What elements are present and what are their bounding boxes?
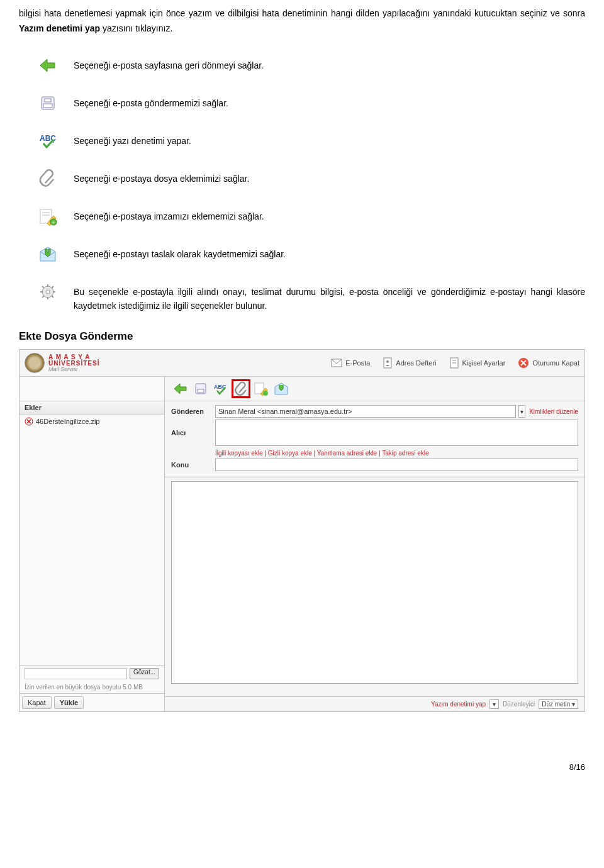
- intro-text-1: bilgisi hata denetlemesi yapmak için önc…: [19, 8, 585, 18]
- svg-line-16: [52, 296, 53, 298]
- intro-bold: Yazım denetimi yap: [19, 23, 100, 33]
- section-heading: Ekte Dosya Gönderme: [19, 330, 585, 343]
- row-konu: Konu: [171, 459, 578, 471]
- nav-cikis[interactable]: Oturumu Kapat: [518, 357, 579, 369]
- compose-form: Gönderen Sinan Meral <sinan.meral@amasya…: [165, 401, 584, 477]
- svg-point-10: [46, 290, 50, 294]
- logo: A M A S Y A ÜNİVERSİTESİ Mail Servisi: [25, 353, 99, 373]
- svg-line-15: [42, 286, 44, 288]
- save-draft-icon: [38, 244, 58, 264]
- webmail-screenshot: A M A S Y A ÜNİVERSİTESİ Mail Servisi E-…: [19, 349, 585, 712]
- paperclip-icon: [235, 381, 247, 396]
- send-icon: [194, 382, 208, 396]
- size-hint: İzin verilen en büyük dosya boyutu 5.0 M…: [20, 681, 164, 693]
- feature-attach-text: Seçeneği e-postaya dosya eklemimizi sağl…: [74, 169, 249, 186]
- tool-spell[interactable]: ABÇ: [211, 379, 230, 398]
- svg-text:+: +: [52, 220, 55, 226]
- row-gonderen: Gönderen Sinan Meral <sinan.meral@amasya…: [171, 405, 578, 418]
- label-alici: Alıcı: [171, 429, 215, 437]
- nav-adres[interactable]: Adres Defteri: [383, 357, 436, 369]
- feature-attach: Seçeneği e-postaya dosya eklemimizi sağl…: [38, 169, 585, 189]
- svg-rect-1: [43, 104, 52, 108]
- edit-identities-link[interactable]: Kimlikleri düzenle: [529, 408, 578, 415]
- spellcheck-lang-dropdown[interactable]: ▾: [489, 699, 499, 709]
- svg-rect-2: [45, 99, 51, 102]
- nav-ayarlar[interactable]: Kişisel Ayarlar: [449, 357, 506, 369]
- feature-back: Seçeneği e-posta sayfasına geri dönmeyi …: [38, 55, 585, 75]
- logo-emblem-icon: [25, 353, 45, 373]
- main-area: Ekler 46DersteIngilizce.zip Gözat... İzi…: [20, 377, 584, 711]
- left-panel: Ekler 46DersteIngilizce.zip Gözat... İzi…: [20, 377, 165, 711]
- editor-mode-select[interactable]: Düz metin ▾: [539, 699, 578, 709]
- input-alici[interactable]: [215, 420, 578, 446]
- feature-signature-text: Seçeneği e-postaya imzamızı eklememizi s…: [74, 206, 264, 223]
- label-konu: Konu: [171, 461, 215, 469]
- feature-spellcheck: ABÇ Seçeneği yazı denetimi yapar.: [38, 131, 585, 151]
- cc-links[interactable]: İlgili kopyası ekle | Gizli kopya ekle |…: [171, 448, 578, 459]
- feature-send-text: Seçeneği e-posta göndermemizi sağlar.: [74, 93, 228, 110]
- addressbook-icon: [383, 357, 393, 369]
- feature-list: Seçeneği e-posta sayfasına geri dönmeyi …: [38, 55, 585, 313]
- browse-row: Gözat...: [20, 665, 164, 681]
- page-number: 8/16: [0, 725, 604, 784]
- signature-icon: [254, 381, 269, 396]
- attachment-item[interactable]: 46DersteIngilizce.zip: [20, 415, 164, 428]
- label-gonderen: Gönderen: [171, 408, 215, 415]
- input-gonderen[interactable]: Sinan Meral <sinan.meral@amasya.edu.tr>: [215, 405, 516, 418]
- tool-send[interactable]: [191, 379, 210, 398]
- logo-line3: Mail Servisi: [48, 367, 99, 372]
- left-buttons: Kapat Yükle: [20, 693, 164, 711]
- feature-draft-text: Seçeneği e-postayı taslak olarak kaydetm…: [74, 244, 286, 261]
- topbar: A M A S Y A ÜNİVERSİTESİ Mail Servisi E-…: [20, 350, 584, 377]
- attachments-header: Ekler: [20, 401, 164, 415]
- spellcheck-icon: ABÇ: [38, 131, 58, 151]
- upload-button[interactable]: Yükle: [54, 696, 84, 709]
- file-path-input[interactable]: [25, 668, 127, 679]
- mail-icon: [331, 358, 342, 368]
- tool-signature[interactable]: [252, 379, 271, 398]
- feature-options-text: Bu seçenekle e-postayla ilgili alındı on…: [74, 282, 585, 313]
- right-panel: ABÇ Gönderen Sinan Meral <sinan.meral@am…: [165, 377, 584, 711]
- nav-cikis-label: Oturumu Kapat: [532, 359, 579, 367]
- gear-icon: [38, 282, 58, 302]
- editor-label: Düzenleyici: [503, 701, 535, 708]
- tool-attach[interactable]: [232, 379, 250, 398]
- top-nav: E-Posta Adres Defteri Kişisel Ayarlar Ot…: [331, 357, 579, 369]
- spellcheck-icon: ABÇ: [213, 382, 228, 396]
- svg-line-18: [52, 286, 53, 288]
- feature-draft: Seçeneği e-postayı taslak olarak kaydetm…: [38, 244, 585, 264]
- spellcheck-link[interactable]: Yazım denetimi yap: [431, 701, 486, 708]
- browse-button[interactable]: Gözat...: [130, 668, 159, 679]
- feature-spellcheck-text: Seçeneği yazı denetimi yapar.: [74, 131, 191, 148]
- compose-toolbar: ABÇ: [165, 377, 584, 401]
- tool-savedraft[interactable]: [272, 379, 291, 398]
- close-button[interactable]: Kapat: [22, 696, 52, 709]
- signature-icon: +: [38, 206, 58, 226]
- svg-point-35: [263, 391, 268, 396]
- settings-icon: [449, 357, 459, 369]
- intro-paragraph: bilgisi hata denetlemesi yapmak için önc…: [19, 6, 585, 36]
- feature-signature: + Seçeneği e-postaya imzamızı eklememizi…: [38, 206, 585, 226]
- attachment-name: 46DersteIngilizce.zip: [36, 418, 100, 425]
- back-arrow-icon: [38, 55, 58, 75]
- back-arrow-icon: [173, 382, 188, 395]
- close-icon: [518, 357, 529, 369]
- remove-icon: [25, 417, 33, 426]
- save-draft-icon: [274, 382, 289, 396]
- input-konu[interactable]: [215, 459, 578, 471]
- feature-back-text: Seçeneği e-posta sayfasına geri dönmeyi …: [74, 55, 264, 72]
- bottom-bar: Yazım denetimi yap ▾ Düzenleyici Düz met…: [165, 696, 584, 711]
- nav-ayarlar-label: Kişisel Ayarlar: [462, 359, 506, 367]
- svg-text:ABÇ: ABÇ: [40, 134, 56, 143]
- gonderen-dropdown[interactable]: ▾: [518, 405, 525, 418]
- send-mail-icon: [38, 93, 58, 113]
- svg-line-17: [42, 296, 44, 298]
- intro-text-2: yazısını tıklayınız.: [100, 23, 172, 33]
- editor-area[interactable]: [171, 481, 578, 684]
- logo-text: A M A S Y A ÜNİVERSİTESİ Mail Servisi: [48, 354, 99, 372]
- nav-eposta[interactable]: E-Posta: [331, 358, 370, 368]
- feature-options: Bu seçenekle e-postayla ilgili alındı on…: [38, 282, 585, 313]
- paperclip-icon: [38, 169, 58, 189]
- tool-back[interactable]: [171, 379, 190, 398]
- nav-eposta-label: E-Posta: [345, 359, 370, 367]
